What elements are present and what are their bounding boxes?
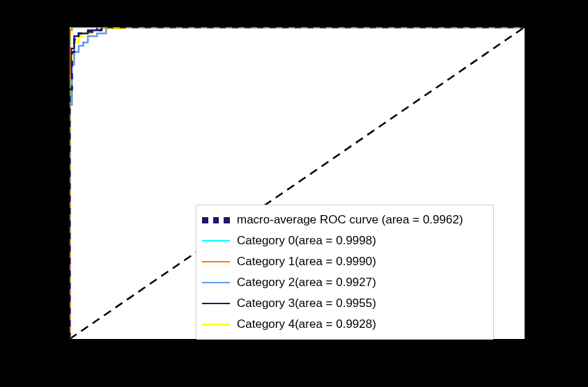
legend-label: Category 1(area = 0.9990) [237, 255, 376, 269]
legend-item-category-1: Category 1(area = 0.9990) [202, 251, 488, 272]
legend-item-category-3: Category 3(area = 0.9955) [202, 293, 488, 314]
legend-swatch-line-icon [202, 234, 230, 248]
legend-label: Category 4(area = 0.9928) [237, 317, 376, 331]
legend-swatch-dashed-icon [202, 213, 230, 227]
legend-item-category-0: Category 0(area = 0.9998) [202, 230, 488, 251]
legend-swatch-line-icon [202, 255, 230, 269]
legend-item-category-4: Category 4(area = 0.9928) [202, 314, 488, 335]
legend-item-category-2: Category 2(area = 0.9927) [202, 272, 488, 293]
plot-frame: macro-average ROC curve (area = 0.9962) … [69, 26, 525, 340]
legend: macro-average ROC curve (area = 0.9962) … [196, 205, 494, 340]
legend-swatch-line-icon [202, 317, 230, 331]
legend-label: Category 3(area = 0.9955) [237, 297, 376, 310]
legend-swatch-line-icon [202, 276, 230, 290]
legend-label: Category 0(area = 0.9998) [237, 234, 376, 248]
legend-label: macro-average ROC curve (area = 0.9962) [237, 213, 463, 227]
legend-swatch-line-icon [202, 297, 230, 310]
legend-item-macro-average: macro-average ROC curve (area = 0.9962) [202, 210, 488, 230]
legend-label: Category 2(area = 0.9927) [237, 276, 376, 290]
